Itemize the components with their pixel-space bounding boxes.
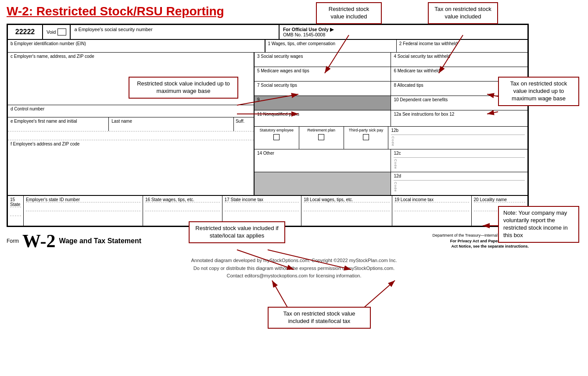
row-e2 [8, 131, 254, 140]
box-9: 9 [255, 96, 391, 110]
box-19: 19 Local income tax [392, 196, 472, 226]
footer-line2: Do not copy or distribute this diagram w… [7, 265, 581, 273]
box-12c: 12c Code [391, 149, 527, 172]
box-12d: 12d Code [391, 172, 527, 195]
box-18: 18 Local wages, tips, etc. [301, 196, 392, 226]
box-13-third: Third-party sick pay [344, 127, 388, 149]
annotation-tax-state: Tax on restricted stock value included i… [268, 307, 371, 329]
irs-line3: Act Notice, see the separate instruction… [432, 244, 529, 249]
box-12d-left [255, 172, 391, 195]
suff-cell: Suff. [234, 117, 254, 131]
field-d: d Control number [8, 105, 254, 117]
box-1: 1 Wages, tips, other compensation [265, 40, 397, 52]
field-b: b Employer identification number (EIN) [8, 40, 265, 52]
annotation-note: Note: Your company may voluntarily repor… [498, 206, 579, 243]
firstname-cell: e Employee's first name and initial [8, 117, 109, 131]
box-4: 4 Social security tax withheld [391, 53, 527, 67]
third-party-checkbox [363, 134, 369, 140]
box-13-retirement: Retirement plan [299, 127, 344, 149]
form-w2-label: Form W-2 Wage and Tax Statement [7, 231, 141, 252]
ssn-label: a Employee's social security number [74, 27, 152, 32]
void-label: Void [47, 29, 56, 35]
box-12b: 12b Code [388, 127, 527, 149]
box-13-statutory: Statutory employee [255, 127, 299, 149]
box-14: 14 Other [255, 149, 391, 172]
void-checkbox [57, 28, 66, 35]
box-13: Statutory employee Retirement plan Third… [255, 127, 389, 149]
field-f: f Employee's address and ZIP code [8, 140, 254, 175]
box-11: 11 Nonqualified plans [255, 110, 391, 126]
footer-line3: Contact editors@mystockoptions.com for l… [7, 272, 581, 280]
form-title-text: Wage and Tax Statement [59, 237, 141, 245]
box-15-state: 15 State [8, 196, 24, 226]
footer-line1: Annotated diagram developed by myStockOp… [7, 257, 581, 265]
void-cell: Void [43, 25, 71, 39]
official-use-text: For Official Use Only ▶ [283, 27, 524, 32]
omb-text: OMB No. 1545-0008 [283, 32, 524, 37]
annotation-restricted-stock-value: Restricted stock value included [316, 2, 382, 24]
box-2: 2 Federal income tax withheld [397, 40, 527, 52]
row-e: e Employee's first name and initial Last… [8, 117, 254, 131]
box-7: 7 Social security tips [255, 82, 391, 96]
annotation-tax-wage-base: Tax on restricted stock value included u… [498, 77, 579, 106]
official-use-cell: For Official Use Only ▶ OMB No. 1545-000… [280, 25, 527, 39]
box-5: 5 Medicare wages and tips [255, 67, 391, 81]
annotation-restricted-wage-base: Restricted stock value included up to ma… [129, 77, 238, 99]
box-12a: 12a See instructions for box 12 [391, 110, 527, 126]
w2-form: 22222 Void a Employee's social security … [7, 24, 529, 227]
lastname-cell: Last name [109, 117, 234, 131]
box-15b-ein: Employer's state ID number [24, 196, 143, 226]
retirement-checkbox [318, 134, 324, 140]
statutory-checkbox [273, 134, 280, 140]
form-number: 22222 [8, 25, 43, 39]
form-w2-big: W-2 [22, 231, 55, 252]
annotation-tax-restricted-stock: Tax on restricted stock value included [428, 2, 498, 24]
box-3: 3 Social security wages [255, 53, 391, 67]
footer: Annotated diagram developed by myStockOp… [7, 257, 581, 280]
form-word: Form [7, 238, 19, 244]
ssn-field: a Employee's social security number [71, 25, 280, 39]
annotation-restricted-state: Restricted stock value included if state… [189, 221, 285, 243]
